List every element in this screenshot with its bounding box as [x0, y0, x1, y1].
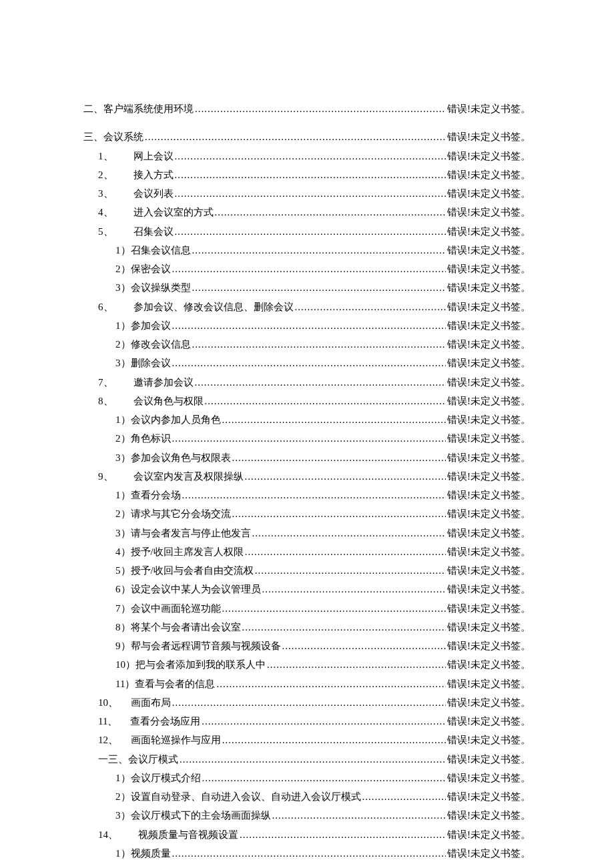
- toc-row[interactable]: 1）会议厅模式介绍错误!未定义书签。: [83, 769, 531, 787]
- toc-leader-dots: [252, 524, 446, 542]
- toc-label: 9）帮与会者远程调节音频与视频设备: [115, 637, 281, 655]
- toc-leader-dots: [215, 203, 446, 221]
- toc-label: 1、 网上会议: [98, 147, 174, 165]
- toc-row[interactable]: 8）将某个与会者请出会议室错误!未定义书签。: [83, 618, 531, 636]
- toc-page-ref: 错误!未定义书签。: [447, 166, 531, 183]
- toc-row[interactable]: 2、 接入方式 错误!未定义书签。: [83, 166, 531, 183]
- toc-leader-dots: [182, 486, 446, 504]
- toc-page-ref: 错误!未定义书签。: [447, 430, 531, 447]
- toc-label: 1）会议内参加人员角色: [115, 411, 221, 428]
- toc-row[interactable]: 2）角色标识错误!未定义书签。: [83, 430, 531, 447]
- toc-leader-dots: [267, 656, 446, 673]
- toc-label: 8）将某个与会者请出会议室: [115, 618, 241, 636]
- toc-row[interactable]: 4）授予/收回主席发言人权限错误!未定义书签。: [83, 543, 531, 560]
- toc-leader-dots: [245, 543, 446, 560]
- toc-row[interactable]: 4、 进入会议室的方式 错误!未定义书签。: [83, 203, 531, 221]
- toc-row[interactable]: 9）帮与会者远程调节音频与视频设备错误!未定义书签。: [83, 637, 531, 655]
- toc-leader-dots: [282, 637, 446, 655]
- toc-page-ref: 错误!未定义书签。: [447, 845, 531, 862]
- toc-label: 2）修改会议信息: [115, 336, 191, 353]
- toc-row[interactable]: 10、 画面布局 错误!未定义书签。: [83, 694, 531, 711]
- toc-label: 12、 画面轮巡操作与应用: [98, 731, 221, 749]
- toc-page-ref: 错误!未定义书签。: [447, 505, 531, 522]
- toc-row[interactable]: 1）视频质量错误!未定义书签。: [83, 845, 531, 862]
- toc-label: 4、 进入会议室的方式: [98, 203, 214, 221]
- toc-label: 2）请求与其它分会场交流: [115, 505, 231, 522]
- toc-leader-dots: [272, 807, 446, 824]
- toc-page-ref: 错误!未定义书签。: [447, 656, 531, 673]
- toc-label: 8、 会议角色与权限: [98, 392, 204, 410]
- toc-leader-dots: [175, 185, 446, 202]
- toc-row[interactable]: 9、 会议室内发言及权限操纵 错误!未定义书签。: [83, 468, 531, 485]
- toc-row[interactable]: 三、会议系统错误!未定义书签。: [83, 128, 531, 145]
- toc-row[interactable]: 14、 视频质量与音视频设置 错误!未定义书签。: [83, 826, 531, 843]
- toc-leader-dots: [245, 468, 446, 485]
- toc-row[interactable]: 2）设置自动登录、自动进入会议、自动进入会议厅模式错误!未定义书签。: [83, 788, 531, 805]
- toc-row[interactable]: 1）召集会议信息错误!未定义书签。: [83, 242, 531, 259]
- toc-leader-dots: [240, 826, 446, 843]
- toc-leader-dots: [172, 845, 446, 862]
- toc-leader-dots: [195, 100, 446, 117]
- toc-row[interactable]: 2）保密会议错误!未定义书签。: [83, 260, 531, 278]
- toc-leader-dots: [255, 562, 446, 579]
- toc-leader-dots: [192, 279, 446, 296]
- toc-row[interactable]: 7）会议中画面轮巡功能错误!未定义书签。: [83, 600, 531, 617]
- toc-row[interactable]: 11）查看与会者的信息错误!未定义书签。: [83, 675, 531, 693]
- toc-label: 7）会议中画面轮巡功能: [115, 600, 221, 617]
- toc-page-ref: 错误!未定义书签。: [447, 524, 531, 542]
- toc-page-ref: 错误!未定义书签。: [447, 411, 531, 428]
- toc-row[interactable]: 二、客户端系统使用环境错误!未定义书签。: [83, 100, 531, 117]
- toc-label: 4）授予/收回主席发言人权限: [115, 543, 244, 560]
- toc-row[interactable]: 1）查看分会场错误!未定义书签。: [83, 486, 531, 504]
- toc-leader-dots: [222, 731, 446, 749]
- toc-page-ref: 错误!未定义书签。: [447, 336, 531, 353]
- toc-label: 1）视频质量: [115, 845, 171, 862]
- toc-page-ref: 错误!未定义书签。: [447, 147, 531, 165]
- toc-label: 10）把与会者添加到我的联系人中: [115, 656, 266, 673]
- toc-leader-dots: [222, 600, 446, 617]
- toc-label: 5、 召集会议: [98, 223, 174, 240]
- toc-row[interactable]: 一三、会议厅模式错误!未定义书签。: [83, 751, 531, 768]
- toc-leader-dots: [295, 298, 446, 316]
- toc-page-ref: 错误!未定义书签。: [447, 788, 531, 805]
- toc-label: 11）查看与会者的信息: [115, 675, 215, 693]
- toc-row[interactable]: 1、 网上会议 错误!未定义书签。: [83, 147, 531, 165]
- toc-label: 6、 参加会议、修改会议信息、删除会议: [98, 298, 294, 316]
- toc-leader-dots: [175, 166, 446, 183]
- toc-row[interactable]: 11、 查看分会场应用 错误!未定义书签。: [83, 713, 531, 730]
- toc-row[interactable]: 3）删除会议错误!未定义书签。: [83, 354, 531, 372]
- toc-label: 5）授予/收回与会者自由交流权: [115, 562, 254, 579]
- toc-row[interactable]: 5）授予/收回与会者自由交流权错误!未定义书签。: [83, 562, 531, 579]
- toc-row[interactable]: 1）会议内参加人员角色错误!未定义书签。: [83, 411, 531, 428]
- toc-leader-dots: [180, 751, 446, 768]
- toc-page-ref: 错误!未定义书签。: [447, 354, 531, 372]
- toc-row[interactable]: 7、 邀请参加会议 错误!未定义书签。: [83, 374, 531, 391]
- toc-label: 7、 邀请参加会议: [98, 374, 194, 391]
- toc-page-ref: 错误!未定义书签。: [447, 486, 531, 504]
- toc-row[interactable]: 12、 画面轮巡操作与应用 错误!未定义书签。: [83, 731, 531, 749]
- toc-row[interactable]: 3）会议操纵类型错误!未定义书签。: [83, 279, 531, 296]
- toc-row[interactable]: 3）请与会者发言与停止他发言错误!未定义书签。: [83, 524, 531, 542]
- toc-row[interactable]: 6、 参加会议、修改会议信息、删除会议 错误!未定义书签。: [83, 298, 531, 316]
- toc-row[interactable]: 3）会议厅模式下的主会场画面操纵错误!未定义书签。: [83, 807, 531, 824]
- toc-row[interactable]: 8、 会议角色与权限 错误!未定义书签。: [83, 392, 531, 410]
- toc-row[interactable]: 10）把与会者添加到我的联系人中错误!未定义书签。: [83, 656, 531, 673]
- toc-row[interactable]: 2）修改会议信息错误!未定义书签。: [83, 336, 531, 353]
- toc-leader-dots: [145, 128, 446, 145]
- toc-page-ref: 错误!未定义书签。: [447, 374, 531, 391]
- toc-page-ref: 错误!未定义书签。: [447, 392, 531, 410]
- toc-label: 3）会议厅模式下的主会场画面操纵: [115, 807, 271, 824]
- toc-label: 三、会议系统: [83, 128, 143, 145]
- toc-page-ref: 错误!未定义书签。: [447, 807, 531, 824]
- toc-label: 1）查看分会场: [115, 486, 181, 504]
- toc-row[interactable]: 5、 召集会议 错误!未定义书签。: [83, 223, 531, 240]
- toc-page-ref: 错误!未定义书签。: [447, 618, 531, 636]
- toc-leader-dots: [192, 242, 446, 259]
- toc-row[interactable]: 6）设定会议中某人为会议管理员错误!未定义书签。: [83, 580, 531, 598]
- toc-label: 2）设置自动登录、自动进入会议、自动进入会议厅模式: [115, 788, 361, 805]
- toc-row[interactable]: 3）参加会议角色与权限表错误!未定义书签。: [83, 449, 531, 466]
- toc-row[interactable]: 3、 会议列表 错误!未定义书签。: [83, 185, 531, 202]
- toc-row[interactable]: 1）参加会议错误!未定义书签。: [83, 317, 531, 334]
- toc-page-ref: 错误!未定义书签。: [447, 203, 531, 221]
- toc-row[interactable]: 2）请求与其它分会场交流错误!未定义书签。: [83, 505, 531, 522]
